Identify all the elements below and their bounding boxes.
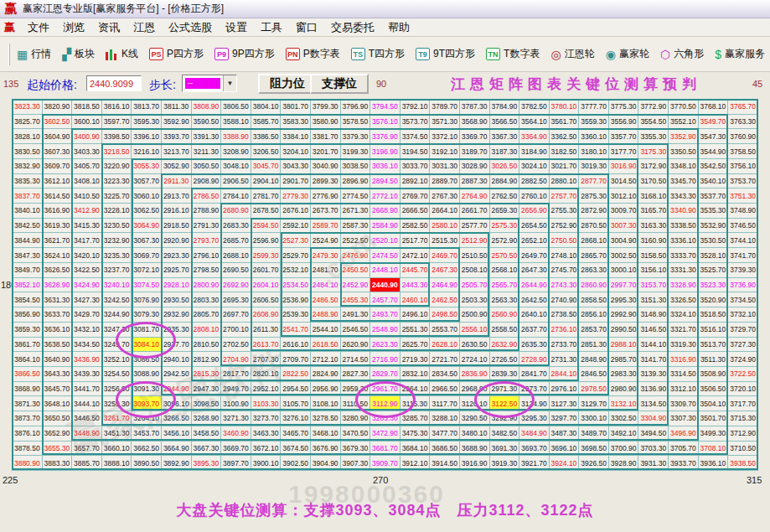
matrix-cell: 3432.10 (72, 322, 102, 337)
matrix-cell: 3129.70 (579, 396, 609, 411)
matrix-cell: 3612.10 (42, 173, 72, 189)
matrix-cell: 3686.50 (430, 441, 460, 456)
matrix-cell: 2618.50 (310, 337, 340, 352)
matrix-cell: 3823.30 (13, 100, 43, 115)
step-color-dropdown[interactable]: -- ▼ (182, 75, 237, 92)
matrix-cell: 2596.90 (251, 233, 281, 248)
matrix-cell: 2553.70 (430, 322, 460, 337)
toolbar-item-kline[interactable]: K线 (106, 47, 138, 61)
menu-item-0[interactable]: 文件 (21, 18, 56, 37)
support-button[interactable]: 支撑位 (310, 74, 369, 94)
matrix-cell: 3232.90 (101, 233, 132, 248)
matrix-cell: 3223.30 (101, 173, 132, 189)
matrix-row: 3840.103616.903412.903228.103062.502916.… (13, 204, 758, 219)
matrix-cell: 3897.70 (221, 456, 251, 471)
matrix-row: 3880.903883.303885.703888.103890.503892.… (13, 456, 758, 471)
matrix-cell: 3489.70 (579, 426, 609, 441)
matrix-cell: 2913.70 (161, 189, 191, 204)
menu-item-8[interactable]: 交易委托 (324, 18, 381, 37)
matrix-cell: 3060.10 (132, 189, 162, 204)
matrix-cell: 2668.90 (370, 204, 401, 219)
matrix-cell: 2776.90 (310, 189, 340, 204)
matrix-cell: 3664.90 (161, 441, 191, 456)
matrix-cell: 3626.50 (42, 262, 72, 277)
matrix-cell: 3487.30 (549, 426, 579, 441)
gann-wheel-icon: ◎ (550, 48, 561, 61)
matrix-cell: 3439.30 (72, 366, 102, 381)
matrix-cell: 2901.70 (281, 173, 311, 189)
menu-item-6[interactable]: 工具 (254, 18, 289, 37)
toolbar-item-sectors[interactable]: ▞板块 (62, 47, 95, 61)
matrix-cell: 2882.50 (519, 173, 550, 189)
matrix-cell: 2661.70 (459, 204, 489, 219)
matrix-cell: 2563.30 (489, 292, 519, 307)
menu-item-5[interactable]: 设置 (219, 18, 254, 37)
matrix-cell: 2995.30 (608, 292, 638, 307)
matrix-cell: 3444.10 (72, 396, 102, 411)
matrix-cell: 3141.70 (638, 352, 669, 367)
matrix-cell: 2503.30 (459, 292, 489, 307)
matrix-cell: 3036.10 (370, 158, 401, 173)
matrix-cell: 2580.10 (430, 218, 460, 233)
matrix-cell: 3660.10 (101, 441, 132, 456)
matrix-cell: 3765.70 (728, 100, 758, 115)
menu-item-9[interactable]: 帮助 (381, 18, 416, 37)
toolbar-item-t-number[interactable]: TNT数字表 (486, 47, 540, 61)
matrix-cell: 2558.50 (489, 322, 519, 337)
toolbar-separator (8, 44, 10, 65)
matrix-cell: 3256.90 (101, 381, 132, 396)
matrix-cell: 3208.90 (221, 144, 251, 159)
start-price-label: 起始价格: (27, 78, 77, 93)
matrix-cell: 3772.90 (638, 100, 669, 115)
start-price-input[interactable] (86, 75, 142, 91)
matrix-cell: 3638.50 (42, 337, 72, 352)
matrix-cell: 2575.30 (489, 218, 519, 233)
matrix-cell: 2628.10 (430, 337, 460, 352)
toolbar-item-quotes[interactable]: ▦行情 (17, 47, 51, 61)
matrix-cell: 3564.10 (519, 114, 550, 129)
matrix-cell: 2808.10 (191, 322, 221, 337)
matrix-cell: 2762.50 (489, 189, 519, 204)
matrix-cell: 2877.70 (579, 173, 609, 189)
toolbar-item-gann-wheel[interactable]: ◎江恩轮 (550, 47, 594, 61)
menu-item-3[interactable]: 江恩 (127, 18, 162, 37)
menu-item-7[interactable]: 窗口 (289, 18, 324, 37)
matrix-cell: 2892.10 (400, 173, 430, 189)
matrix-cell: 3362.50 (549, 129, 579, 144)
menu-item-2[interactable]: 资讯 (91, 18, 127, 37)
matrix-cell: 3508.90 (698, 366, 728, 381)
chevron-down-icon[interactable]: ▼ (223, 75, 236, 91)
matrix-cell: 2443.30 (400, 277, 430, 292)
matrix-cell: 3775.30 (608, 100, 638, 115)
matrix-cell: 2880.10 (549, 173, 579, 189)
matrix-cell: 3187.30 (489, 144, 519, 159)
matrix-cell: 3794.50 (370, 100, 401, 115)
matrix-cell: 2733.70 (549, 337, 579, 352)
matrix-cell: 2935.30 (161, 322, 191, 337)
matrix-cell: 2896.90 (340, 173, 370, 189)
toolbar-item-winner-wheel[interactable]: ◉赢家轮 (606, 47, 649, 61)
matrix-cell: 3081.70 (132, 322, 162, 337)
matrix-cell: 2788.90 (191, 204, 221, 219)
toolbar-item-hexagon[interactable]: ⬡六角形 (660, 47, 704, 61)
toolbar-item-9p-square[interactable]: P99P四方形 (214, 47, 275, 61)
matrix-cell: 3360.10 (579, 129, 609, 144)
menu-item-1[interactable]: 浏览 (56, 18, 91, 37)
matrix-cell: 3184.90 (519, 144, 550, 159)
toolbar-item-t-square[interactable]: TST四方形 (351, 47, 405, 61)
toolbar-item-service[interactable]: $赢家服务 (715, 47, 765, 61)
matrix-cell: 2964.10 (400, 381, 430, 396)
toolbar-item-p-number[interactable]: PNP数字表 (286, 47, 340, 61)
matrix-cell: 3372.10 (430, 129, 460, 144)
matrix-cell: 3211.30 (191, 144, 221, 159)
resistance-button[interactable]: 阻力位 (258, 74, 317, 94)
toolbar-item-9t-square[interactable]: T99T四方形 (416, 47, 475, 61)
quotes-icon: ▦ (17, 48, 28, 61)
menu-item-4[interactable]: 公式选股 (162, 18, 219, 37)
matrix-cell: 2448.10 (370, 262, 401, 277)
matrix-cell: 3482.50 (489, 426, 519, 441)
matrix-cell: 3801.70 (281, 100, 311, 115)
matrix-cell: 3199.30 (340, 144, 370, 159)
matrix-cell: 2683.30 (221, 218, 251, 233)
toolbar-item-p-square[interactable]: PSP四方形 (149, 47, 204, 61)
